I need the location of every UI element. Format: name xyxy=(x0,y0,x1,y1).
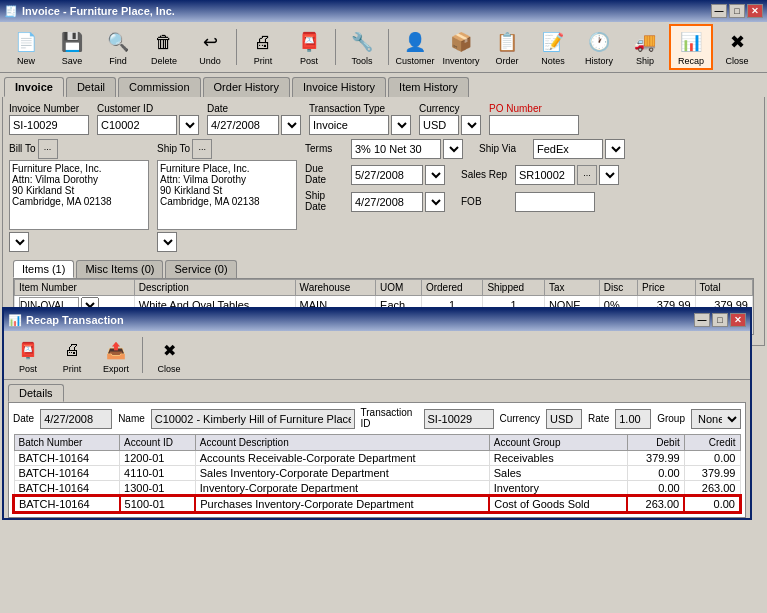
ship-date-dropdown[interactable]: ▼ xyxy=(425,192,445,212)
col-price: Price xyxy=(638,280,695,296)
history-button[interactable]: 🕐History xyxy=(577,25,621,69)
notes-button[interactable]: 📝Notes xyxy=(531,25,575,69)
recap-maximize-btn[interactable]: □ xyxy=(712,313,728,327)
bill-to-group: Bill To ··· Furniture Place, Inc.Attn: V… xyxy=(9,139,149,252)
credit-cell: 379.99 xyxy=(684,466,740,481)
transaction-type-label: Transaction Type xyxy=(309,103,411,114)
col-debit: Debit xyxy=(627,435,684,451)
find-button[interactable]: 🔍Find xyxy=(96,25,140,69)
print-button[interactable]: 🖨Print xyxy=(241,25,285,69)
currency-label: Currency xyxy=(419,103,481,114)
recap-print-btn[interactable]: 🖨 Print xyxy=(52,333,92,377)
fob-input[interactable] xyxy=(515,192,595,212)
details-group-label: Group xyxy=(657,413,685,424)
terms-ship-row: Terms ▼ Ship Via ▼ xyxy=(305,139,758,159)
tab-misc-items[interactable]: Misc Items (0) xyxy=(76,260,163,278)
currency-dropdown[interactable]: ▼ xyxy=(461,115,481,135)
col-uom: UOM xyxy=(376,280,422,296)
tab-items[interactable]: Items (1) xyxy=(13,260,74,278)
transaction-type-input[interactable] xyxy=(309,115,389,135)
terms-input[interactable] xyxy=(351,139,441,159)
credit-cell: 0.00 xyxy=(684,496,740,512)
order-button[interactable]: 📋Order xyxy=(485,25,529,69)
debit-cell: 0.00 xyxy=(627,466,684,481)
tab-details[interactable]: Details xyxy=(8,384,64,402)
delete-button[interactable]: 🗑Delete xyxy=(142,25,186,69)
app-icon: 🧾 xyxy=(4,5,18,18)
credit-cell: 0.00 xyxy=(684,451,740,466)
recap-minimize-btn[interactable]: — xyxy=(694,313,710,327)
ship-to-label: Ship To xyxy=(157,143,190,154)
ship-button[interactable]: 🚚Ship xyxy=(623,25,667,69)
col-item-number: Item Number xyxy=(15,280,135,296)
tab-order-history[interactable]: Order History xyxy=(203,77,290,97)
ship-via-dropdown[interactable]: ▼ xyxy=(605,139,625,159)
details-txn-input[interactable] xyxy=(424,409,494,429)
recap-export-btn[interactable]: 📤 Export xyxy=(96,333,136,377)
save-button[interactable]: 💾Save xyxy=(50,25,94,69)
recap-close-btn[interactable]: ✕ xyxy=(730,313,746,327)
ship-to-ellipsis[interactable]: ··· xyxy=(192,139,212,159)
ship-icon: 🚚 xyxy=(631,28,659,56)
col-description: Description xyxy=(134,280,295,296)
recap-button[interactable]: 📊Recap xyxy=(669,24,713,70)
ship-via-input[interactable] xyxy=(533,139,603,159)
tab-item-history[interactable]: Item History xyxy=(388,77,469,97)
customer-id-dropdown[interactable]: ▼ xyxy=(179,115,199,135)
tools-icon: 🔧 xyxy=(348,28,376,56)
details-table: Batch Number Account ID Account Descript… xyxy=(13,434,741,513)
bill-to-dropdown[interactable]: ▼ xyxy=(9,232,29,252)
date-input[interactable] xyxy=(207,115,279,135)
close-window-btn[interactable]: ✕ xyxy=(747,4,763,18)
details-rate-input[interactable] xyxy=(615,409,651,429)
ship-to-dropdown[interactable]: ▼ xyxy=(157,232,177,252)
currency-input[interactable] xyxy=(419,115,459,135)
date-dropdown[interactable]: ▼ xyxy=(281,115,301,135)
sales-rep-ellipsis[interactable]: ··· xyxy=(577,165,597,185)
col-account-id: Account ID xyxy=(120,435,196,451)
customer-id-input[interactable] xyxy=(97,115,177,135)
account-id-cell: 1200-01 xyxy=(120,451,196,466)
tab-service[interactable]: Service (0) xyxy=(165,260,236,278)
tab-invoice-history[interactable]: Invoice History xyxy=(292,77,386,97)
details-name-input[interactable] xyxy=(151,409,355,429)
due-date-input[interactable] xyxy=(351,165,423,185)
recap-print-icon: 🖨 xyxy=(58,336,86,364)
post-button[interactable]: 📮Post xyxy=(287,25,331,69)
recap-close-toolbar-btn[interactable]: ✖ Close xyxy=(149,333,189,377)
maximize-btn[interactable]: □ xyxy=(729,4,745,18)
details-group-select[interactable]: None xyxy=(691,409,741,429)
inventory-button[interactable]: 📦Inventory xyxy=(439,25,483,69)
recap-post-btn[interactable]: 📮 Post xyxy=(8,333,48,377)
po-number-input[interactable] xyxy=(489,115,579,135)
undo-button[interactable]: ↩Undo xyxy=(188,25,232,69)
bill-to-ellipsis[interactable]: ··· xyxy=(38,139,58,159)
tools-button[interactable]: 🔧Tools xyxy=(340,25,384,69)
new-button[interactable]: 📄New xyxy=(4,25,48,69)
invoice-number-input[interactable] xyxy=(9,115,89,135)
sales-rep-input[interactable] xyxy=(515,165,575,185)
ship-date-fob-row: Ship Date ▼ FOB xyxy=(305,190,758,213)
details-currency-label: Currency xyxy=(500,413,541,424)
minimize-btn[interactable]: — xyxy=(711,4,727,18)
invoice-tab-bar: Invoice Detail Commission Order History … xyxy=(0,73,767,97)
ship-date-input[interactable] xyxy=(351,192,423,212)
tab-detail[interactable]: Detail xyxy=(66,77,116,97)
details-date-input[interactable] xyxy=(40,409,112,429)
close-button[interactable]: ✖Close xyxy=(715,25,759,69)
sales-rep-label: Sales Rep xyxy=(461,169,509,180)
col-disc: Disc xyxy=(599,280,637,296)
sales-rep-dropdown[interactable]: ▼ xyxy=(599,165,619,185)
transaction-type-dropdown[interactable]: ▼ xyxy=(391,115,411,135)
account-group-cell: Sales xyxy=(489,466,627,481)
customer-button[interactable]: 👤Customer xyxy=(393,25,437,69)
tab-invoice[interactable]: Invoice xyxy=(4,77,64,97)
details-table-header: Batch Number Account ID Account Descript… xyxy=(14,435,740,451)
details-currency-input[interactable] xyxy=(546,409,582,429)
due-date-dropdown[interactable]: ▼ xyxy=(425,165,445,185)
tab-commission[interactable]: Commission xyxy=(118,77,201,97)
terms-dropdown[interactable]: ▼ xyxy=(443,139,463,159)
window-controls: — □ ✕ xyxy=(711,4,763,18)
recap-title-bar: 📊 Recap Transaction — □ ✕ xyxy=(4,309,750,331)
details-form: Date Name Transaction ID Currency Rate G… xyxy=(8,402,746,518)
